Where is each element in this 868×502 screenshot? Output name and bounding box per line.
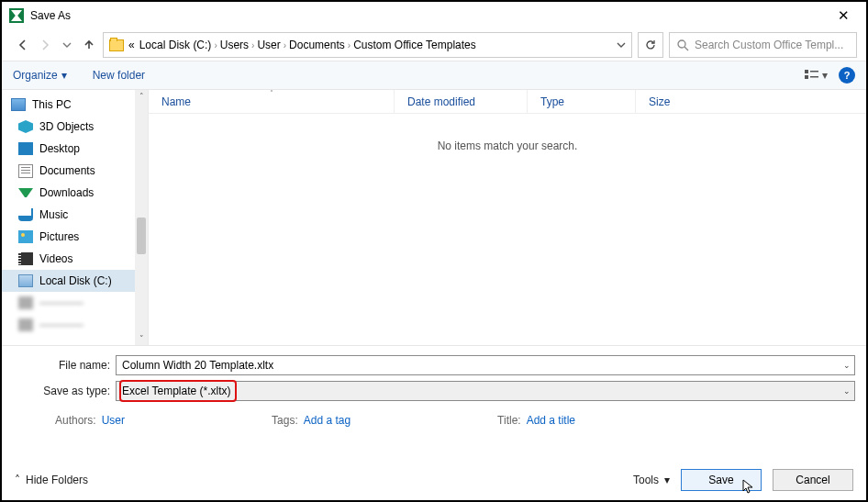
crumb[interactable]: User bbox=[257, 39, 280, 51]
file-listing: ˄Name Date modified Type Size No items m… bbox=[149, 90, 866, 345]
up-button[interactable] bbox=[81, 37, 97, 53]
search-box[interactable] bbox=[669, 32, 857, 58]
hide-folders-button[interactable]: ˄Hide Folders bbox=[15, 474, 88, 486]
col-size[interactable]: Size bbox=[636, 90, 707, 113]
chevron-up-icon: ˄ bbox=[15, 474, 20, 486]
tree-local-disk[interactable]: Local Disk (C:) bbox=[2, 270, 148, 292]
crumb[interactable]: Custom Office Templates bbox=[353, 39, 476, 51]
close-button[interactable]: ✕ bbox=[829, 4, 859, 28]
refresh-button[interactable] bbox=[638, 32, 663, 58]
empty-message: No items match your search. bbox=[149, 114, 866, 178]
tree-item-hidden[interactable]: ———— bbox=[2, 292, 148, 314]
chevron-right-icon[interactable]: › bbox=[214, 40, 217, 50]
metadata-row: Authors:User Tags:Add a tag Title:Add a … bbox=[13, 407, 855, 427]
tree-documents[interactable]: Documents bbox=[2, 160, 148, 182]
back-button[interactable] bbox=[15, 37, 31, 53]
disk-icon bbox=[18, 274, 33, 287]
new-folder-button[interactable]: New folder bbox=[93, 69, 145, 82]
savetype-select[interactable]: Excel Template (*.xltx) ⌄ bbox=[116, 381, 855, 401]
toolbar: Organize ▾ New folder ▾ ? bbox=[2, 61, 866, 90]
save-label: Save bbox=[708, 474, 733, 486]
nav-row: « Local Disk (C:)› Users› User› Document… bbox=[2, 29, 866, 61]
chevron-down-icon[interactable]: ⌄ bbox=[843, 386, 851, 396]
breadcrumb: Local Disk (C:)› Users› User› Documents›… bbox=[139, 39, 612, 51]
title-value[interactable]: Add a title bbox=[527, 414, 575, 427]
col-date[interactable]: Date modified bbox=[395, 90, 528, 113]
title-bar: Save As ✕ bbox=[2, 2, 866, 29]
save-button[interactable]: Save bbox=[681, 469, 762, 491]
chevron-right-icon[interactable]: › bbox=[251, 40, 254, 50]
tags-label: Tags: bbox=[272, 414, 298, 427]
svg-rect-1 bbox=[805, 70, 808, 73]
tree-downloads[interactable]: Downloads bbox=[2, 182, 148, 204]
tree-label: Pictures bbox=[39, 230, 79, 243]
videos-icon bbox=[18, 252, 33, 265]
scroll-down-icon[interactable]: ˅ bbox=[139, 332, 144, 345]
crumb[interactable]: Documents bbox=[289, 39, 345, 51]
help-button[interactable]: ? bbox=[839, 67, 855, 84]
authors-label: Authors: bbox=[55, 414, 96, 427]
chevron-down-icon[interactable]: ⌄ bbox=[843, 361, 851, 370]
recent-dropdown[interactable] bbox=[59, 37, 75, 53]
cancel-button[interactable]: Cancel bbox=[773, 469, 853, 491]
tree-desktop[interactable]: Desktop bbox=[2, 138, 148, 160]
organize-label: Organize bbox=[13, 69, 58, 82]
excel-icon bbox=[9, 8, 24, 23]
tree-music[interactable]: Music bbox=[2, 204, 148, 226]
crumb[interactable]: Users bbox=[220, 39, 249, 51]
scroll-thumb[interactable] bbox=[137, 218, 146, 254]
folder-tree: This PC 3D Objects Desktop Documents Dow… bbox=[2, 90, 149, 345]
view-options[interactable]: ▾ bbox=[805, 69, 828, 82]
tree-pictures[interactable]: Pictures bbox=[2, 226, 148, 248]
tree-label: Documents bbox=[39, 164, 95, 177]
scroll-up-icon[interactable]: ˄ bbox=[139, 90, 144, 103]
address-dropdown[interactable] bbox=[617, 40, 626, 50]
sidebar-scrollbar[interactable]: ˄ ˅ bbox=[135, 90, 148, 345]
chevron-right-icon[interactable]: › bbox=[284, 40, 286, 50]
tree-3d-objects[interactable]: 3D Objects bbox=[2, 116, 148, 138]
tree-item-hidden[interactable]: ———— bbox=[2, 314, 148, 336]
filename-value: Column Width 20 Template.xltx bbox=[122, 359, 273, 372]
tree-this-pc[interactable]: This PC bbox=[2, 94, 148, 116]
pictures-icon bbox=[18, 230, 33, 243]
tree-label: This PC bbox=[32, 98, 72, 111]
sort-asc-icon: ˄ bbox=[270, 89, 273, 97]
authors-value[interactable]: User bbox=[102, 414, 125, 427]
window-title: Save As bbox=[30, 9, 71, 22]
col-type[interactable]: Type bbox=[528, 90, 636, 113]
address-bar[interactable]: « Local Disk (C:)› Users› User› Document… bbox=[103, 32, 632, 58]
view-icon bbox=[805, 70, 819, 81]
filename-label: File name: bbox=[13, 359, 116, 372]
svg-rect-4 bbox=[810, 76, 818, 78]
search-input[interactable] bbox=[695, 39, 849, 51]
save-fields: File name: Column Width 20 Template.xltx… bbox=[2, 345, 866, 432]
crumb[interactable]: Local Disk (C:) bbox=[139, 39, 212, 51]
savetype-highlight: Excel Template (*.xltx) bbox=[120, 381, 236, 401]
cancel-label: Cancel bbox=[796, 474, 829, 486]
hide-folders-label: Hide Folders bbox=[26, 474, 88, 486]
savetype-value: Excel Template (*.xltx) bbox=[122, 385, 230, 397]
col-label: Name bbox=[161, 95, 191, 108]
music-icon bbox=[18, 208, 33, 221]
tree-videos[interactable]: Videos bbox=[2, 248, 148, 270]
chevron-right-icon[interactable]: › bbox=[348, 40, 351, 50]
tools-menu[interactable]: Tools ▾ bbox=[633, 474, 670, 486]
folder-icon bbox=[109, 39, 124, 51]
search-icon bbox=[677, 39, 689, 51]
tags-value[interactable]: Add a tag bbox=[304, 414, 351, 427]
tree-label: ———— bbox=[39, 318, 83, 331]
filename-input[interactable]: Column Width 20 Template.xltx⌄ bbox=[116, 355, 855, 375]
pc-icon bbox=[11, 98, 26, 111]
forward-button[interactable] bbox=[37, 37, 53, 53]
col-label: Type bbox=[540, 95, 564, 108]
col-name[interactable]: ˄Name bbox=[149, 90, 395, 113]
tree-label: Desktop bbox=[39, 142, 80, 155]
chevron-down-icon: ▾ bbox=[61, 69, 67, 82]
chevron-down-icon: ▾ bbox=[822, 69, 828, 82]
footer: ˄Hide Folders Tools ▾ Save Cancel bbox=[2, 469, 866, 491]
document-icon bbox=[18, 164, 33, 178]
cube-icon bbox=[18, 120, 33, 133]
organize-menu[interactable]: Organize ▾ bbox=[13, 69, 67, 82]
tree-label: 3D Objects bbox=[39, 120, 94, 133]
title-label: Title: bbox=[497, 414, 521, 427]
